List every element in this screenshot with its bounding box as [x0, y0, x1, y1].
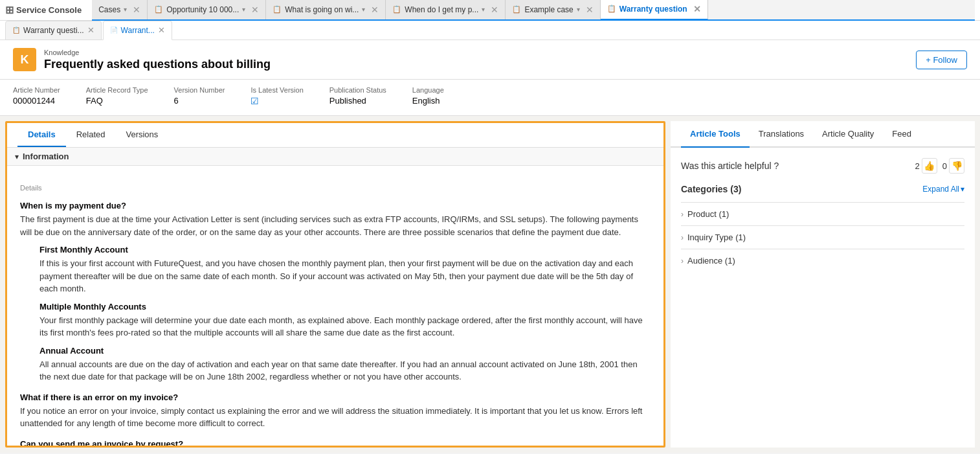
sub-tab-warrant-label: Warrant...: [121, 26, 155, 35]
category-audience-chevron: ›: [681, 256, 684, 266]
q2-body: If you notice an error on your invoice, …: [20, 405, 651, 430]
panel-tab-article-quality[interactable]: Article Quality: [813, 121, 883, 148]
tab-example-case[interactable]: 📋 Example case ▾ ✕: [506, 0, 600, 20]
tab-cases-close[interactable]: ✕: [133, 5, 140, 15]
language-value: English: [412, 96, 444, 106]
sub-tab-warrant-close[interactable]: ✕: [158, 25, 165, 35]
sub1-title: First Monthly Account: [39, 245, 651, 255]
category-inquiry-type[interactable]: › Inquiry Type (1): [681, 225, 964, 249]
section-header[interactable]: ▾ Information: [7, 148, 663, 166]
follow-button[interactable]: + Follow: [916, 51, 967, 69]
sub-tab-warranty-questi-label: Warranty questi...: [23, 26, 84, 35]
panel-content: Was this article helpful ? 2 👍 0 👎: [671, 148, 975, 282]
tab-example-case-arrow[interactable]: ▾: [577, 6, 580, 13]
tab-example-case-close[interactable]: ✕: [586, 5, 594, 15]
grid-icon[interactable]: ⊞: [5, 4, 14, 16]
panel-tab-translations[interactable]: Translations: [750, 121, 813, 148]
tab-whats-going-on-label: What is going on wi...: [285, 5, 359, 14]
category-audience[interactable]: › Audience (1): [681, 249, 964, 272]
tab-when-do-i-get[interactable]: 📋 When do I get my p... ▾ ✕: [386, 0, 506, 20]
article-number-value: 000001244: [13, 96, 60, 106]
panel-tabs: Article Tools Translations Article Quali…: [671, 121, 975, 148]
tab-warranty-question[interactable]: 📋 Warranty question ✕: [601, 0, 708, 20]
tab-opportunity-close[interactable]: ✕: [251, 5, 259, 15]
tab-whats-going-on[interactable]: 📋 What is going on wi... ▾ ✕: [266, 0, 386, 20]
version-value: 6: [174, 96, 225, 106]
tab-opportunity[interactable]: 📋 Opportunity 10 000... ▾ ✕: [148, 0, 266, 20]
thumbs-up-count: 2: [915, 161, 920, 171]
article-content: Details When is my payment due? The firs…: [7, 174, 663, 448]
article-body: Details Related Versions ▾ Information D…: [5, 121, 665, 448]
tab-whats-going-on-close[interactable]: ✕: [371, 5, 379, 15]
q2-title: What if there is an error on my invoice?: [20, 392, 651, 402]
sub1-body: If this is your first account with Futur…: [39, 257, 651, 295]
thumbs-up-button[interactable]: 👍: [922, 158, 937, 174]
article-meta: Article Number 000001244 Article Record …: [0, 80, 980, 116]
expand-all-label: Expand All: [922, 185, 959, 194]
article-tabs: Details Related Versions: [7, 123, 663, 148]
tab-whats-going-on-icon: 📋: [273, 5, 282, 14]
meta-latest-version: Is Latest Version ☑: [251, 86, 303, 106]
tab-details[interactable]: Details: [17, 123, 66, 147]
category-product[interactable]: › Product (1): [681, 202, 964, 225]
tab-cases[interactable]: Cases ▾ ✕: [92, 0, 148, 20]
meta-article-number: Article Number 000001244: [13, 86, 60, 106]
thumbs-down-group: 0 👎: [942, 158, 964, 174]
category-inquiry-type-label: Inquiry Type (1): [687, 233, 746, 242]
thumbs-down-count: 0: [942, 161, 947, 171]
panel-tab-feed[interactable]: Feed: [883, 121, 920, 148]
q1-body: The first payment is due at the time you…: [20, 213, 651, 238]
q3-title: Can you send me an invoice by request?: [20, 439, 651, 448]
tab-example-case-icon: 📋: [512, 5, 521, 14]
record-type-label: Article Record Type: [86, 86, 148, 94]
right-panel: Article Tools Translations Article Quali…: [671, 121, 975, 448]
tab-when-do-i-get-arrow[interactable]: ▾: [482, 6, 485, 13]
thumbs-down-button[interactable]: 👎: [949, 158, 964, 174]
tab-when-do-i-get-label: When do I get my p...: [405, 5, 478, 14]
expand-all-button[interactable]: Expand All ▾: [922, 185, 964, 194]
expand-all-chevron: ▾: [961, 185, 964, 194]
sub3-body: All annual accounts are due on the day o…: [39, 358, 651, 383]
sub-tab-warrant[interactable]: 📄 Warrant... ✕: [103, 21, 172, 40]
tab-warranty-question-label: Warranty question: [619, 5, 687, 14]
meta-pub-status: Publication Status Published: [329, 86, 386, 106]
knowledge-label: Knowledge: [44, 49, 271, 56]
tab-warranty-question-close[interactable]: ✕: [693, 4, 701, 14]
latest-version-label: Is Latest Version: [251, 86, 303, 94]
tab-versions[interactable]: Versions: [115, 123, 168, 147]
sub-tab-warrant-icon: 📄: [110, 27, 118, 34]
app-title: Service Console: [16, 5, 82, 15]
tab-related[interactable]: Related: [66, 123, 116, 147]
knowledge-icon: K: [13, 48, 36, 71]
language-label: Language: [412, 86, 444, 94]
tab-cases-arrow[interactable]: ▾: [124, 6, 127, 13]
latest-version-value: ☑: [251, 96, 303, 106]
categories-header: Categories (3) Expand All ▾: [681, 184, 964, 194]
article-title: Frequently asked questions about billing: [44, 58, 271, 71]
tab-whats-going-on-arrow[interactable]: ▾: [362, 6, 365, 13]
pub-status-value: Published: [329, 96, 386, 106]
tab-when-do-i-get-close[interactable]: ✕: [491, 5, 498, 15]
tab-opportunity-label: Opportunity 10 000...: [166, 5, 239, 14]
record-type-value: FAQ: [86, 96, 148, 106]
categories-title: Categories (3): [681, 184, 741, 194]
sub3-title: Annual Account: [39, 346, 651, 356]
meta-language: Language English: [412, 86, 444, 106]
sub-tab-warranty-questi-icon: 📋: [12, 27, 20, 34]
category-product-chevron: ›: [681, 210, 684, 219]
pub-status-label: Publication Status: [329, 86, 386, 94]
helpful-label: Was this article helpful ?: [681, 161, 779, 171]
tab-opportunity-arrow[interactable]: ▾: [242, 6, 245, 13]
sub-tab-warranty-questi-close[interactable]: ✕: [87, 25, 95, 35]
category-inquiry-type-chevron: ›: [681, 233, 684, 242]
panel-tab-article-tools[interactable]: Article Tools: [681, 121, 750, 148]
details-label: Details: [20, 184, 651, 192]
article-number-label: Article Number: [13, 86, 60, 94]
thumbs-up-group: 2 👍: [915, 158, 937, 174]
tab-example-case-label: Example case: [524, 5, 573, 14]
tab-cases-label: Cases: [98, 5, 120, 14]
tab-warranty-question-icon: 📋: [607, 5, 616, 13]
sub2-body: Your first monthly package will determin…: [39, 314, 651, 339]
sub-tab-warranty-questi[interactable]: 📋 Warranty questi... ✕: [5, 21, 102, 40]
q1-title: When is my payment due?: [20, 201, 651, 210]
